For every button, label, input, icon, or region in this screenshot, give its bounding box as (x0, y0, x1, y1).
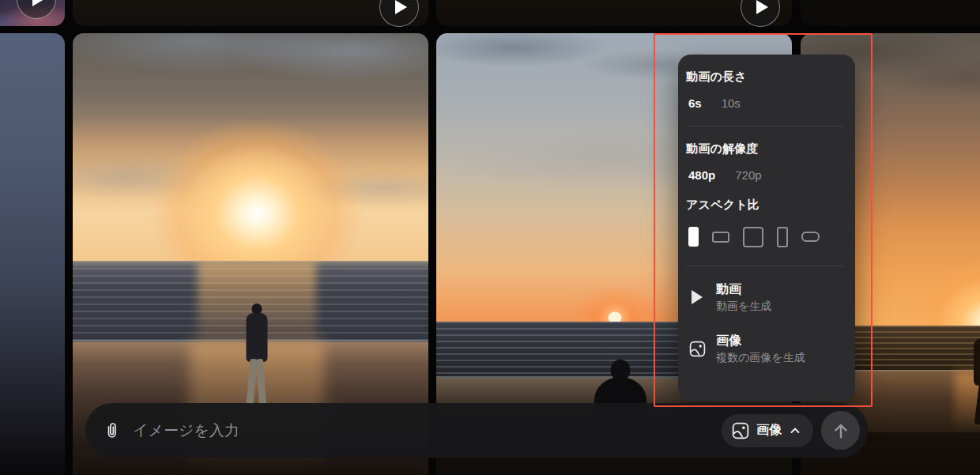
video-length-label: 動画の長さ (686, 70, 844, 85)
arrow-up-icon (831, 420, 851, 441)
person-torso (247, 313, 268, 362)
image-frame-icon (732, 422, 749, 439)
aspect-2-3-button[interactable] (688, 227, 699, 247)
aspect-3-2-button[interactable] (712, 232, 729, 243)
mode-text: 動画 動画を生成 (716, 281, 771, 313)
mode-title: 動画 (716, 281, 771, 296)
resolution-option-480p[interactable]: 480p (688, 168, 715, 182)
video-thumbnail[interactable] (436, 0, 792, 26)
divider (686, 126, 844, 126)
person-leg (256, 359, 266, 405)
submit-button[interactable] (821, 411, 860, 450)
video-resolution-label: 動画の解像度 (686, 141, 844, 156)
person-leg (974, 382, 980, 425)
video-thumbnail[interactable] (801, 0, 980, 26)
prompt-input[interactable] (131, 421, 722, 440)
person-leg (247, 359, 258, 405)
video-thumbnail[interactable] (73, 0, 428, 26)
aspect-1-1-button[interactable] (743, 227, 763, 247)
paperclip-icon[interactable] (104, 421, 120, 440)
sunset-photo-thumbnail[interactable] (0, 33, 65, 475)
mode-subtitle: 動画を生成 (716, 299, 771, 313)
prompt-composer-bar: 画像 (85, 403, 868, 458)
mode-text: 画像 複数の画像を生成 (716, 333, 805, 364)
aspect-9-16-button[interactable] (777, 227, 788, 247)
chevron-up-icon (789, 424, 801, 437)
mode-title: 画像 (716, 333, 805, 348)
length-option-10s[interactable]: 10s (722, 96, 741, 110)
play-icon (688, 289, 706, 305)
person-silhouette (967, 328, 980, 427)
person-silhouette (239, 303, 274, 416)
divider (686, 266, 844, 266)
person-torso (974, 338, 980, 386)
mode-item-video[interactable]: 動画 動画を生成 (688, 281, 844, 313)
resolution-option-720p[interactable]: 720p (735, 168, 761, 182)
length-option-6s[interactable]: 6s (688, 96, 702, 110)
generation-settings-popup: 動画の長さ 6s 10s 動画の解像度 480p 720p アスペクト比 動画 … (678, 55, 855, 401)
aspect-16-9-button[interactable] (801, 232, 820, 242)
mode-item-image[interactable]: 画像 複数の画像を生成 (688, 333, 844, 364)
aspect-ratio-options (688, 226, 844, 247)
mode-subtitle: 複数の画像を生成 (716, 350, 805, 364)
mode-selector-label: 画像 (756, 422, 782, 439)
video-length-options: 6s 10s (688, 96, 844, 110)
video-resolution-options: 480p 720p (688, 168, 844, 182)
image-frame-icon (688, 341, 706, 357)
aspect-ratio-label: アスペクト比 (686, 198, 844, 213)
mode-selector-button[interactable]: 画像 (722, 414, 813, 447)
